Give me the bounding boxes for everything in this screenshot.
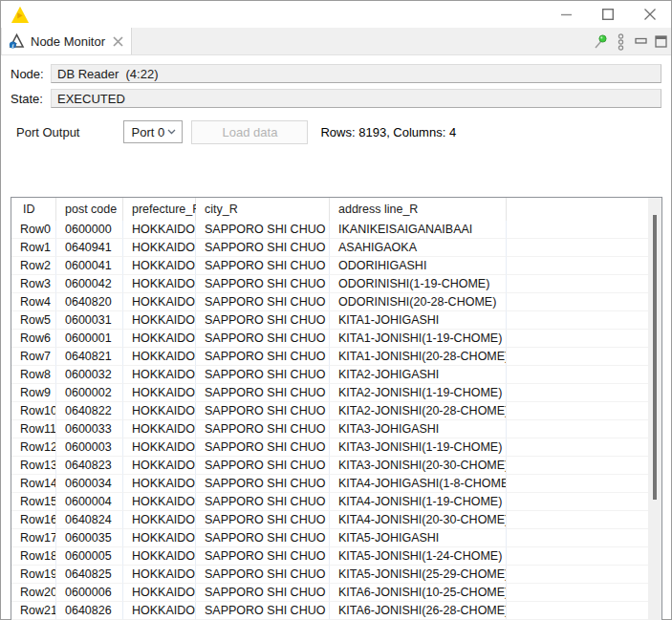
table-cell: Row5 xyxy=(11,311,56,330)
minimize-view-button[interactable] xyxy=(631,28,651,55)
table-row[interactable]: Row80600032HOKKAIDOSAPPORO SHI CHUO KUKI… xyxy=(11,366,661,384)
table-cell: HOKKAIDO xyxy=(123,384,196,402)
state-label: State: xyxy=(11,92,51,106)
tab-node-monitor[interactable]: i Node Monitor xyxy=(1,28,132,54)
table-cell: KITA6-JONISHI(10-25-CHOME) xyxy=(330,584,507,602)
table-cell xyxy=(507,584,661,602)
table-cell xyxy=(507,239,661,257)
table-cell: SAPPORO SHI CHUO KU xyxy=(196,293,330,311)
table-cell: 0640941 xyxy=(56,239,123,257)
table-cell: HOKKAIDO xyxy=(123,457,196,475)
table-cell: SAPPORO SHI CHUO KU xyxy=(196,566,330,584)
table-cell: KITA1-JONISHI(1-19-CHOME) xyxy=(330,330,507,348)
node-value-field: DB Reader (4:22) xyxy=(51,64,661,83)
load-data-button[interactable]: Load data xyxy=(191,120,308,144)
table-row[interactable]: Row140600034HOKKAIDOSAPPORO SHI CHUO KUK… xyxy=(11,475,661,493)
table-cell: KITA5-JOHIGASHI xyxy=(330,529,507,547)
table-cell: Row8 xyxy=(11,366,56,384)
table-row[interactable]: Row60600001HOKKAIDOSAPPORO SHI CHUO KUKI… xyxy=(11,330,661,348)
table-cell: Row14 xyxy=(11,475,56,493)
node-monitor-icon: i xyxy=(9,33,25,49)
table-row[interactable]: Row110600033HOKKAIDOSAPPORO SHI CHUO KUK… xyxy=(11,420,661,438)
pin-view-button[interactable] xyxy=(591,28,611,55)
tab-close-icon[interactable] xyxy=(113,36,123,47)
table-cell: 0600000 xyxy=(56,221,123,239)
table-cell xyxy=(507,475,661,493)
table-cell: Row9 xyxy=(11,384,56,402)
table-cell: HOKKAIDO xyxy=(123,311,196,330)
table-cell: SAPPORO SHI CHUO KU xyxy=(196,420,330,438)
window-close-button[interactable] xyxy=(629,1,671,28)
table-row[interactable]: Row90600002HOKKAIDOSAPPORO SHI CHUO KUKI… xyxy=(11,384,661,402)
maximize-view-button[interactable] xyxy=(651,28,671,55)
table-cell: ODORINISHI(1-19-CHOME) xyxy=(330,275,507,293)
column-header-id[interactable]: ID xyxy=(11,198,56,221)
table-header-row: ID post code prefecture_R city_R address… xyxy=(11,198,661,221)
table-cell: KITA1-JOHIGASHI xyxy=(330,311,507,330)
table-cell: HOKKAIDO xyxy=(123,420,196,438)
table-cell: Row15 xyxy=(11,493,56,511)
table-row[interactable]: Row70640821HOKKAIDOSAPPORO SHI CHUO KUKI… xyxy=(11,348,661,366)
table-cell: Row10 xyxy=(11,402,56,420)
table-cell: KITA4-JONISHI(20-30-CHOME) xyxy=(330,511,507,529)
scrollbar-thumb[interactable] xyxy=(653,215,657,500)
view-menu-button[interactable] xyxy=(611,28,631,55)
table-cell: SAPPORO SHI CHUO KU xyxy=(196,493,330,511)
column-header-city[interactable]: city_R xyxy=(196,198,330,221)
table-cell: ASAHIGAOKA xyxy=(330,239,507,257)
table-row[interactable]: Row200600006HOKKAIDOSAPPORO SHI CHUO KUK… xyxy=(11,584,661,602)
table-row[interactable]: Row190640825HOKKAIDOSAPPORO SHI CHUO KUK… xyxy=(11,566,661,584)
window-minimize-icon xyxy=(561,10,572,20)
table-row[interactable]: Row00600000HOKKAIDOSAPPORO SHI CHUO KUIK… xyxy=(11,221,661,239)
table-cell: Row16 xyxy=(11,511,56,529)
node-monitor-view: Node: DB Reader (4:22) State: EXECUTED P… xyxy=(1,55,671,619)
window-maximize-button[interactable] xyxy=(587,1,629,28)
table-row[interactable]: Row150600004HOKKAIDOSAPPORO SHI CHUO KUK… xyxy=(11,493,661,511)
table-row[interactable]: Row20600041HOKKAIDOSAPPORO SHI CHUO KUOD… xyxy=(11,257,661,275)
rows-columns-summary: Rows: 8193, Columns: 4 xyxy=(320,125,456,139)
table-row[interactable]: Row50600031HOKKAIDOSAPPORO SHI CHUO KUKI… xyxy=(11,311,661,330)
column-header-post-code[interactable]: post code xyxy=(56,198,123,221)
table-cell: ODORIHIGASHI xyxy=(330,257,507,275)
table-cell: 0600002 xyxy=(56,384,123,402)
table-row[interactable]: Row170600035HOKKAIDOSAPPORO SHI CHUO KUK… xyxy=(11,529,661,547)
table-row[interactable]: Row160640824HOKKAIDOSAPPORO SHI CHUO KUK… xyxy=(11,511,661,529)
table-cell: SAPPORO SHI CHUO KU xyxy=(196,348,330,366)
table-row[interactable]: Row100640822HOKKAIDOSAPPORO SHI CHUO KUK… xyxy=(11,402,661,420)
table-cell: KITA4-JONISHI(1-19-CHOME) xyxy=(330,493,507,511)
table-cell: Row7 xyxy=(11,348,56,366)
table-row[interactable]: Row210640826HOKKAIDOSAPPORO SHI CHUO KUK… xyxy=(11,602,661,620)
table-cell: 0600032 xyxy=(56,366,123,384)
table-cell xyxy=(507,366,661,384)
column-header-address-line[interactable]: address line_R xyxy=(330,198,507,221)
vertical-scrollbar[interactable] xyxy=(648,198,661,620)
table-row[interactable]: Row120600003HOKKAIDOSAPPORO SHI CHUO KUK… xyxy=(11,438,661,457)
table-cell: HOKKAIDO xyxy=(123,275,196,293)
table-cell: 0640820 xyxy=(56,293,123,311)
table-cell: KITA4-JOHIGASHI(1-8-CHOME) xyxy=(330,475,507,493)
table-row[interactable]: Row10640941HOKKAIDOSAPPORO SHI CHUO KUAS… xyxy=(11,239,661,257)
table-cell xyxy=(507,384,661,402)
table-cell: 0640822 xyxy=(56,402,123,420)
table-row[interactable]: Row180600005HOKKAIDOSAPPORO SHI CHUO KUK… xyxy=(11,547,661,566)
table-row[interactable]: Row30600042HOKKAIDOSAPPORO SHI CHUO KUOD… xyxy=(11,275,661,293)
table-cell xyxy=(507,257,661,275)
table-cell: KITA6-JONISHI(26-28-CHOME) xyxy=(330,602,507,620)
table-cell: SAPPORO SHI CHUO KU xyxy=(196,384,330,402)
window-minimize-button[interactable] xyxy=(545,1,587,28)
table-row[interactable]: Row40640820HOKKAIDOSAPPORO SHI CHUO KUOD… xyxy=(11,293,661,311)
table-cell: SAPPORO SHI CHUO KU xyxy=(196,457,330,475)
table-cell: Row3 xyxy=(11,275,56,293)
port-select-dropdown[interactable]: Port 0 xyxy=(123,120,183,143)
table-cell: Row11 xyxy=(11,420,56,438)
table-cell: 0600031 xyxy=(56,311,123,330)
table-cell: SAPPORO SHI CHUO KU xyxy=(196,330,330,348)
table-cell: Row19 xyxy=(11,566,56,584)
table-cell: HOKKAIDO xyxy=(123,438,196,457)
table-cell xyxy=(507,221,661,239)
table-cell: SAPPORO SHI CHUO KU xyxy=(196,529,330,547)
table-row[interactable]: Row130640823HOKKAIDOSAPPORO SHI CHUO KUK… xyxy=(11,457,661,475)
table-cell: KITA2-JONISHI(20-28-CHOME) xyxy=(330,402,507,420)
column-header-prefecture[interactable]: prefecture_R xyxy=(123,198,196,221)
table-cell: SAPPORO SHI CHUO KU xyxy=(196,602,330,620)
